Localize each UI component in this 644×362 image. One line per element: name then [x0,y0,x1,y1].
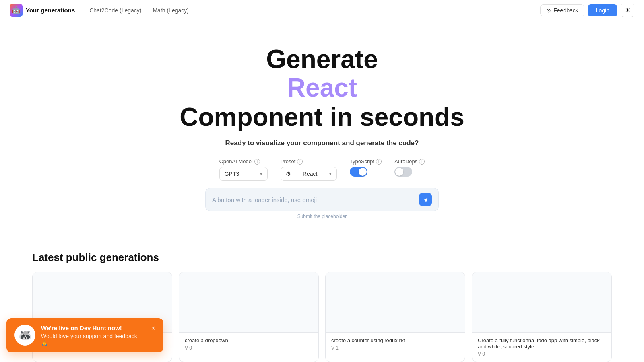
card-preview-c3 [326,272,465,333]
preset-select[interactable]: ⚙ React ▾ [281,167,337,181]
card-c2[interactable]: create a dropdown V 0 [179,272,319,362]
card-c4[interactable]: Create a fully functionnal todo app with… [472,272,612,362]
theme-toggle-button[interactable]: ☀ [621,4,634,17]
preset-info-icon[interactable]: i [297,159,303,165]
card-preview-c4 [472,272,611,333]
brand-logo-link[interactable]: 🤖 Your generations [10,4,75,17]
nav-math[interactable]: Math (Legacy) [148,5,193,16]
feedback-button[interactable]: ⊙ Feedback [540,4,584,16]
card-preview-c2 [179,272,318,333]
openai-info-icon[interactable]: i [254,159,260,165]
card-version-c4: V 0 [478,351,606,357]
login-button[interactable]: Login [588,4,617,16]
feedback-label: Feedback [553,7,578,14]
card-info-c4: Create a fully functionnal todo app with… [472,333,611,362]
toast-devhunt-link[interactable]: Dev Hunt [80,325,106,331]
card-version-c2: V 0 [185,345,313,351]
hero-subtitle: Ready to visualize your component and ge… [10,139,634,147]
card-title-c2: create a dropdown [185,337,313,343]
send-button[interactable]: ➤ [419,193,432,206]
toast-title-prefix: We're live on [41,325,80,331]
theme-icon: ☀ [625,6,630,14]
card-info-c2: create a dropdown V 0 [179,333,318,356]
card-c3[interactable]: create a counter using redux rkt V 1 [325,272,465,362]
preset-chevron-icon: ▾ [329,171,332,177]
toast-title-suffix: now! [106,325,122,331]
hero-title-line3: Component in seconds [10,103,634,131]
hero-section: Generate React Component in seconds Read… [0,21,644,251]
openai-chevron-icon: ▾ [260,171,262,177]
toast-close-button[interactable]: × [151,325,155,332]
toast-notification: 🦝 We're live on Dev Hunt now! Would love… [6,318,163,352]
autodeps-toggle[interactable] [394,167,412,177]
preset-gear-icon: ⚙ [286,171,291,177]
search-input[interactable] [212,196,419,203]
controls-row: OpenAI Model i GPT3 ▾ Preset i ⚙ React ▾ [10,158,634,181]
navbar: 🤖 Your generations Chat2Code (Legacy) Ma… [0,0,644,21]
preset-label: Preset i [281,158,337,165]
search-bar: ➤ [205,188,439,211]
hero-title-react: React [10,73,634,103]
toast-content: We're live on Dev Hunt now! Would love y… [41,325,145,346]
section-title: Latest public generations [0,251,644,264]
card-info-c3: create a counter using redux rkt V 1 [326,333,465,356]
preset-group: Preset i ⚙ React ▾ [281,158,337,181]
nav-links: Chat2Code (Legacy) Math (Legacy) [85,5,194,16]
typescript-toggle[interactable] [350,167,367,177]
preset-value: React [303,171,318,177]
card-title-c4: Create a fully functionnal todo app with… [478,337,606,350]
navbar-right: ⊙ Feedback Login ☀ [540,4,634,17]
openai-model-group: OpenAI Model i GPT3 ▾ [219,158,268,181]
search-bar-wrapper: ➤ [10,188,634,211]
typescript-toggle-knob [359,168,367,176]
typescript-label: TypeScript i [350,158,382,165]
openai-model-select[interactable]: GPT3 ▾ [219,167,268,181]
submit-hint: Submit the placeholder [10,214,634,219]
send-icon: ➤ [421,195,430,204]
autodeps-info-icon[interactable]: i [419,159,425,165]
toast-body: Would love your support and feedback! 🙏 [41,333,145,346]
brand-label: Your generations [26,7,75,14]
nav-chat2code[interactable]: Chat2Code (Legacy) [85,5,146,16]
card-version-c3: V 1 [331,345,459,351]
typescript-info-icon[interactable]: i [376,159,382,165]
brand-logo-image: 🤖 [10,4,23,17]
feedback-icon: ⊙ [546,7,551,14]
hero-title-line1: Generate [10,45,634,73]
openai-model-label: OpenAI Model i [219,158,268,165]
autodeps-label: AutoDeps i [394,158,425,165]
card-title-c3: create a counter using redux rkt [331,337,459,343]
openai-model-value: GPT3 [225,171,239,177]
autodeps-toggle-knob [395,168,403,176]
toast-avatar: 🦝 [14,325,35,346]
typescript-group: TypeScript i [350,158,382,177]
autodeps-group: AutoDeps i [394,158,425,177]
toast-title: We're live on Dev Hunt now! [41,325,145,331]
